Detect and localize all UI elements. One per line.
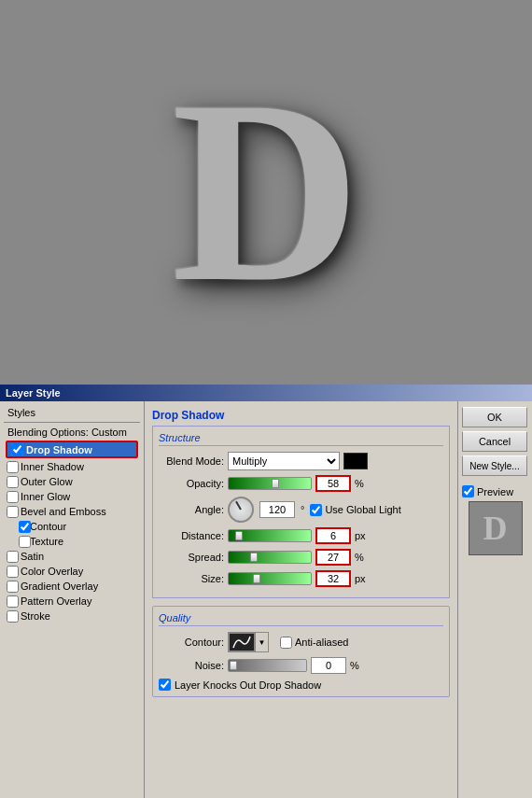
distance-unit: px	[355, 530, 366, 541]
outer-glow-checkbox[interactable]	[7, 476, 19, 488]
sidebar-item-gradient-overlay[interactable]: Gradient Overlay	[4, 579, 140, 594]
drop-shadow-checkbox[interactable]	[11, 443, 23, 455]
preview-box: D	[469, 501, 523, 555]
outer-glow-label: Outer Glow	[21, 476, 73, 487]
sidebar-item-inner-shadow[interactable]: Inner Shadow	[4, 459, 140, 474]
dialog-titlebar: Layer Style	[0, 385, 532, 401]
styles-label: Styles	[4, 405, 140, 420]
sidebar-item-bevel-emboss[interactable]: Bevel and Emboss	[4, 504, 140, 519]
stroke-checkbox[interactable]	[7, 610, 19, 623]
size-label: Size:	[159, 573, 224, 584]
noise-slider[interactable]	[228, 659, 307, 672]
knock-out-checkbox[interactable]	[159, 679, 171, 691]
opacity-input[interactable]	[315, 475, 351, 492]
cancel-button[interactable]: Cancel	[462, 431, 527, 452]
bevel-emboss-label: Bevel and Emboss	[21, 506, 106, 517]
contour-row: Contour: ▼ Anti-aliased	[159, 632, 443, 652]
sidebar-item-satin[interactable]: Satin	[4, 549, 140, 564]
shadow-color-swatch[interactable]	[343, 453, 368, 469]
middle-panel: Drop Shadow Structure Blend Mode: Multip…	[145, 401, 457, 798]
opacity-handle[interactable]	[272, 479, 279, 488]
knock-out-label: Layer Knocks Out Drop Shadow	[175, 679, 321, 691]
sidebar-item-color-overlay[interactable]: Color Overlay	[4, 564, 140, 579]
size-unit: px	[355, 573, 366, 584]
sidebar-item-drop-shadow[interactable]: Drop Shadow	[6, 441, 138, 458]
noise-label: Noise:	[159, 660, 224, 671]
contour-preview[interactable]	[229, 633, 255, 651]
use-global-light-label[interactable]: Use Global Light	[310, 504, 400, 516]
dialog-body: Styles Blending Options: Custom Drop Sha…	[0, 401, 532, 798]
use-global-light-checkbox[interactable]	[310, 504, 322, 516]
sidebar-item-texture[interactable]: Texture	[4, 534, 140, 549]
cancel-label: Cancel	[479, 436, 511, 447]
angle-container: ° Use Global Light	[228, 497, 401, 523]
preview-checkbox-container[interactable]: Preview	[462, 485, 528, 497]
angle-label: Angle:	[159, 504, 224, 515]
sidebar-item-outer-glow[interactable]: Outer Glow	[4, 474, 140, 489]
opacity-slider[interactable]	[228, 477, 312, 490]
inner-shadow-label: Inner Shadow	[21, 461, 84, 472]
new-style-label: New Style...	[469, 461, 519, 471]
spread-row: Spread: %	[159, 549, 443, 566]
size-handle[interactable]	[253, 574, 260, 583]
distance-input[interactable]	[315, 527, 351, 544]
satin-checkbox[interactable]	[7, 551, 19, 563]
spread-handle[interactable]	[250, 553, 258, 562]
pattern-overlay-checkbox[interactable]	[7, 595, 19, 608]
sidebar-item-inner-glow[interactable]: Inner Glow	[4, 489, 140, 504]
contour-dropdown-arrow[interactable]: ▼	[255, 633, 268, 651]
blend-mode-select[interactable]: Multiply Normal Screen	[228, 452, 340, 470]
angle-row: Angle: ° Use Global Light	[159, 497, 443, 523]
left-panel: Styles Blending Options: Custom Drop Sha…	[0, 401, 145, 798]
distance-handle[interactable]	[235, 531, 243, 540]
noise-handle[interactable]	[230, 661, 237, 670]
distance-label: Distance:	[159, 530, 224, 541]
distance-row: Distance: px	[159, 527, 443, 544]
preview-label: Preview	[477, 486, 513, 497]
use-global-light-text: Use Global Light	[325, 504, 400, 515]
section-title: Drop Shadow	[152, 409, 450, 422]
size-slider[interactable]	[228, 572, 312, 585]
spread-label: Spread:	[159, 552, 224, 563]
distance-slider[interactable]	[228, 529, 312, 542]
contour-dropdown[interactable]: ▼	[228, 632, 269, 652]
angle-dial[interactable]	[228, 497, 254, 523]
gradient-overlay-checkbox[interactable]	[7, 581, 19, 593]
drop-shadow-label: Drop Shadow	[26, 444, 92, 455]
right-panel: OK Cancel New Style... Preview D	[457, 401, 532, 798]
sidebar-item-pattern-overlay[interactable]: Pattern Overlay	[4, 594, 140, 609]
spread-slider[interactable]	[228, 551, 312, 564]
sidebar-item-contour[interactable]: Contour	[4, 519, 140, 534]
angle-input[interactable]	[259, 501, 295, 518]
color-overlay-checkbox[interactable]	[7, 566, 19, 578]
satin-label: Satin	[21, 551, 44, 562]
inner-shadow-checkbox[interactable]	[7, 461, 19, 473]
contour-svg	[231, 635, 252, 650]
angle-unit: °	[301, 504, 304, 515]
texture-checkbox[interactable]	[19, 536, 31, 548]
sidebar-item-blending[interactable]: Blending Options: Custom	[4, 425, 140, 440]
size-input[interactable]	[315, 570, 351, 587]
angle-needle	[235, 501, 242, 511]
anti-aliased-checkbox[interactable]	[280, 637, 292, 649]
spread-input[interactable]	[315, 549, 351, 566]
texture-label: Texture	[30, 536, 63, 547]
size-slider-container	[228, 572, 312, 585]
sidebar-item-stroke[interactable]: Stroke	[4, 609, 140, 623]
ok-button[interactable]: OK	[462, 407, 527, 427]
preview-checkbox[interactable]	[462, 485, 474, 497]
noise-input[interactable]	[311, 657, 346, 674]
bevel-emboss-checkbox[interactable]	[7, 506, 19, 518]
inner-glow-checkbox[interactable]	[7, 491, 19, 503]
new-style-button[interactable]: New Style...	[462, 455, 527, 476]
contour-label: Contour	[30, 521, 66, 532]
color-overlay-label: Color Overlay	[21, 566, 83, 577]
dialog-title: Layer Style	[6, 387, 61, 399]
blend-mode-row: Blend Mode: Multiply Normal Screen	[159, 452, 443, 470]
spread-unit: %	[355, 552, 364, 563]
inner-glow-label: Inner Glow	[21, 491, 70, 502]
gradient-overlay-label: Gradient Overlay	[21, 581, 98, 592]
anti-aliased-label[interactable]: Anti-aliased	[280, 637, 348, 649]
contour-checkbox[interactable]	[19, 521, 31, 533]
ok-label: OK	[487, 412, 502, 423]
